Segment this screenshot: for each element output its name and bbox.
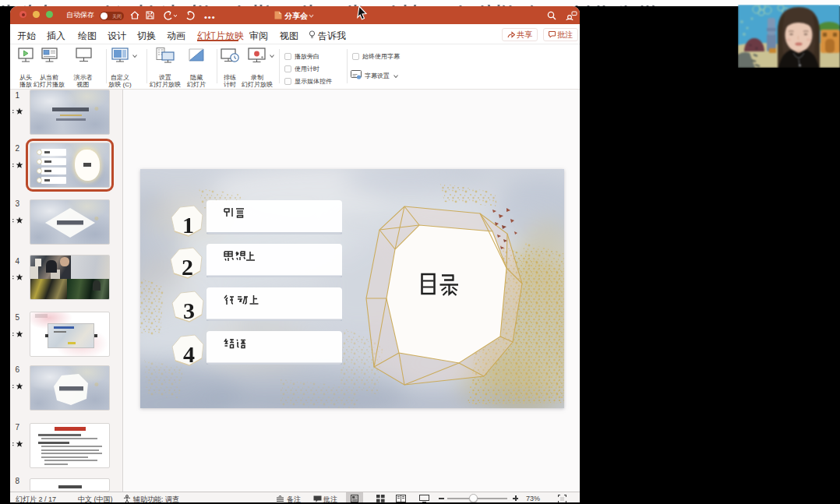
svg-text:4: 4 <box>183 341 195 367</box>
svg-text:3: 3 <box>183 298 195 323</box>
svg-text:2: 2 <box>182 254 193 280</box>
svg-text:1: 1 <box>182 212 194 238</box>
